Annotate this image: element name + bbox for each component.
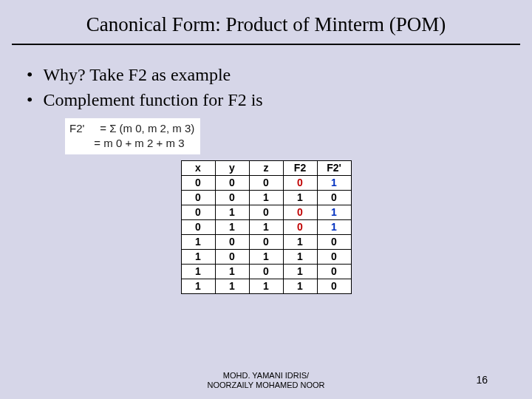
cell-x: 0	[181, 219, 215, 234]
cell-f2: 0	[283, 175, 317, 190]
table-row: 10010	[181, 234, 351, 249]
col-header: F2'	[317, 160, 351, 175]
cell-f2-prime: 0	[317, 190, 351, 205]
cell-x: 1	[181, 279, 215, 293]
cell-y: 0	[215, 175, 249, 190]
col-header: y	[215, 160, 249, 175]
bullet-list: Why? Take F2 as example Complement funct…	[0, 63, 532, 112]
cell-z: 1	[249, 190, 283, 205]
col-header: x	[181, 160, 215, 175]
cell-y: 0	[215, 234, 249, 249]
cell-f2: 1	[283, 249, 317, 264]
table-row: 11010	[181, 264, 351, 279]
formula-line: = m 0 + m 2 + m 3	[94, 137, 184, 149]
cell-x: 0	[181, 175, 215, 190]
title-underline	[12, 44, 520, 45]
table-header-row: x y z F2 F2'	[181, 160, 351, 175]
cell-y: 1	[215, 264, 249, 279]
cell-f2-prime: 1	[317, 219, 351, 234]
bullet-item: Why? Take F2 as example	[43, 63, 532, 88]
cell-y: 1	[215, 205, 249, 219]
cell-x: 0	[181, 205, 215, 219]
cell-z: 0	[249, 264, 283, 279]
page-title: Canonical Form: Product of Minterm (POM)	[0, 0, 532, 44]
cell-f2-prime: 0	[317, 279, 351, 293]
cell-y: 1	[215, 279, 249, 293]
cell-z: 0	[249, 175, 283, 190]
cell-f2: 1	[283, 234, 317, 249]
cell-y: 0	[215, 190, 249, 205]
cell-z: 1	[249, 249, 283, 264]
truth-table: x y z F2 F2' 000010011001001011011001010…	[181, 160, 352, 294]
table-body: 0000100110010010110110010101101101011110	[181, 175, 351, 293]
footer-author-line: NOORZAILY MOHAMED NOOR	[207, 381, 324, 389]
cell-f2-prime: 0	[317, 264, 351, 279]
col-header: F2	[283, 160, 317, 175]
cell-f2-prime: 0	[317, 249, 351, 264]
cell-z: 1	[249, 279, 283, 293]
cell-z: 0	[249, 234, 283, 249]
table-row: 00001	[181, 175, 351, 190]
table-row: 00110	[181, 190, 351, 205]
cell-f2-prime: 0	[317, 234, 351, 249]
cell-y: 0	[215, 249, 249, 264]
cell-z: 1	[249, 219, 283, 234]
cell-x: 1	[181, 234, 215, 249]
table-row: 01101	[181, 219, 351, 234]
formula-line: = Σ (m 0, m 2, m 3)	[100, 122, 194, 134]
cell-f2-prime: 1	[317, 205, 351, 219]
footer-page-number: 16	[476, 374, 488, 386]
cell-x: 0	[181, 190, 215, 205]
cell-f2: 1	[283, 264, 317, 279]
bullet-item: Complement function for F2 is	[43, 88, 532, 113]
col-header: z	[249, 160, 283, 175]
cell-x: 1	[181, 249, 215, 264]
cell-f2: 0	[283, 205, 317, 219]
cell-z: 0	[249, 205, 283, 219]
table-row: 01001	[181, 205, 351, 219]
cell-y: 1	[215, 219, 249, 234]
table-row: 10110	[181, 249, 351, 264]
cell-f2: 1	[283, 279, 317, 293]
table-row: 11110	[181, 279, 351, 293]
formula-block: F2' = Σ (m 0, m 2, m 3) = m 0 + m 2 + m …	[65, 118, 200, 154]
footer-author: MOHD. YAMANI IDRIS/ NOORZAILY MOHAMED NO…	[0, 371, 532, 390]
cell-f2: 1	[283, 190, 317, 205]
cell-x: 1	[181, 264, 215, 279]
footer-author-line: MOHD. YAMANI IDRIS/	[223, 371, 309, 380]
cell-f2: 0	[283, 219, 317, 234]
formula-lhs: F2'	[69, 122, 84, 134]
cell-f2-prime: 1	[317, 175, 351, 190]
